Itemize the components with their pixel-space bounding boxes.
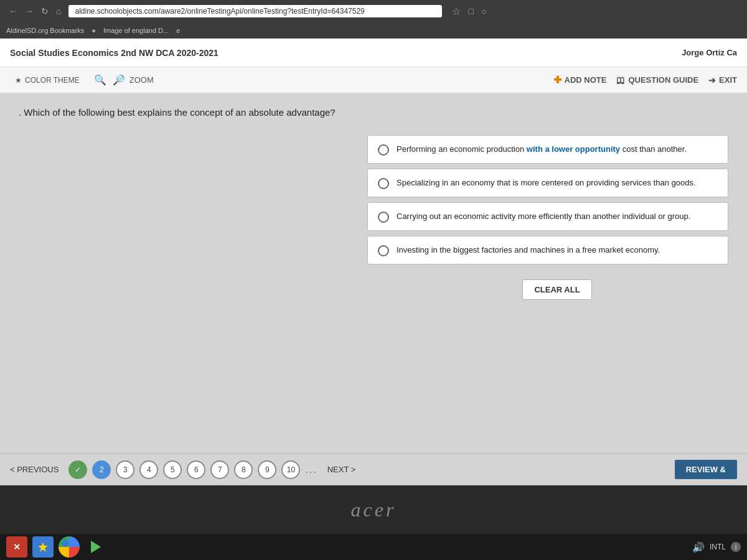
radio-d[interactable] <box>378 245 389 256</box>
plus-icon: ✚ <box>553 74 561 86</box>
page-9-label: 9 <box>265 465 270 474</box>
radio-a[interactable] <box>378 144 389 156</box>
bookmark-aldine[interactable]: AldinelSD.org Bookmarks <box>6 27 84 34</box>
taskbar-icon-x[interactable]: ✕ <box>6 536 27 558</box>
taskbar-icon-star[interactable] <box>32 536 54 558</box>
browser-icon-2: ○ <box>481 6 486 16</box>
page-7-button[interactable]: 7 <box>210 460 229 479</box>
page-3-button[interactable]: 3 <box>116 460 134 479</box>
page-3-label: 3 <box>123 465 128 474</box>
review-label: REVIEW & <box>686 465 726 474</box>
top-bar-right: Jorge Ortiz Ca <box>682 48 737 57</box>
page-10-button[interactable]: 10 <box>281 460 300 479</box>
exit-button[interactable]: ➔ EXIT <box>708 75 737 85</box>
reload-button[interactable]: ↻ <box>39 5 51 17</box>
answer-text-d: Investing in the biggest factories and m… <box>397 244 660 256</box>
bookmark-e[interactable]: e <box>176 27 180 34</box>
bookmark-star-icon[interactable]: ☆ <box>452 6 461 17</box>
home-button[interactable]: ⌂ <box>54 5 63 17</box>
color-theme-button[interactable]: ★ COLOR THEME <box>10 73 85 87</box>
answer-text-c: Carrying out an economic activity more e… <box>397 210 690 223</box>
navigation-bar: < PREVIOUS ✓ 2 3 4 5 6 7 8 9 10 <box>0 453 747 485</box>
taskbar: ✕ 🔊 INTL i <box>0 534 747 560</box>
exit-label: EXIT <box>719 75 737 85</box>
zoom-label: ZOOM <box>129 75 154 85</box>
page-2-button[interactable]: 2 <box>92 460 111 479</box>
page-6-button[interactable]: 6 <box>187 460 205 479</box>
page-8-button[interactable]: 8 <box>234 460 253 479</box>
radio-b[interactable] <box>378 178 389 189</box>
toolbar: ★ COLOR THEME 🔍 🔎 ZOOM ✚ ADD NOTE 🕮 QUES… <box>0 67 747 93</box>
taskbar-icon-play[interactable] <box>85 536 106 558</box>
app-title: Social Studies Economics 2nd NW DCA 2020… <box>10 48 218 58</box>
question-area: . Which of the following best explains t… <box>0 93 747 453</box>
bookmarks-bar: AldinelSD.org Bookmarks ● Image of engla… <box>0 22 747 39</box>
browser-nav-buttons: ← → ↻ ⌂ <box>6 5 63 17</box>
book-icon: 🕮 <box>616 75 625 85</box>
next-button[interactable]: NEXT > <box>327 465 356 474</box>
previous-button[interactable]: < PREVIOUS <box>10 465 59 474</box>
zoom-controls: 🔍 🔎 ZOOM <box>92 74 154 86</box>
toolbar-right: ✚ ADD NOTE 🕮 QUESTION GUIDE ➔ EXIT <box>553 74 737 86</box>
acer-logo: acer <box>351 498 397 521</box>
taskbar-icon-chrome[interactable] <box>59 536 80 558</box>
page-10-label: 10 <box>287 465 295 474</box>
page-dots: ... <box>305 464 317 475</box>
page-7-label: 7 <box>218 465 222 474</box>
toolbar-left: ★ COLOR THEME 🔍 🔎 ZOOM <box>10 73 154 87</box>
radio-c[interactable] <box>378 212 389 223</box>
page-9-button[interactable]: 9 <box>258 460 276 479</box>
browser-bar: ← → ↻ ⌂ aldine.schoolobjects.com/aware2/… <box>0 0 747 22</box>
top-bar-left: Social Studies Economics 2nd NW DCA 2020… <box>10 48 218 58</box>
taskbar-right: 🔊 INTL i <box>692 541 741 553</box>
volume-icon[interactable]: 🔊 <box>692 541 705 553</box>
next-label: NEXT > <box>327 465 356 474</box>
browser-icon-1: □ <box>468 6 473 16</box>
review-button[interactable]: REVIEW & <box>675 460 737 479</box>
page-5-label: 5 <box>171 465 175 474</box>
address-bar[interactable]: aldine.schoolobjects.com/aware2/onlineTe… <box>68 5 442 17</box>
zoom-in-button[interactable]: 🔎 <box>111 74 127 86</box>
info-icon: i <box>731 542 741 552</box>
top-bar: Social Studies Economics 2nd NW DCA 2020… <box>0 39 747 67</box>
add-note-button[interactable]: ✚ ADD NOTE <box>553 74 607 86</box>
question-body: Which of the following best explains the… <box>24 107 335 118</box>
answer-option-c[interactable]: Carrying out an economic activity more e… <box>367 202 728 231</box>
answer-text-a: Performing an economic production with a… <box>397 143 687 156</box>
user-name: Jorge Ortiz Ca <box>682 48 737 57</box>
color-theme-label: COLOR THEME <box>25 76 80 85</box>
page-6-label: 6 <box>194 465 199 474</box>
exit-icon: ➔ <box>708 75 716 85</box>
page-8-label: 8 <box>242 465 246 474</box>
app-container: Social Studies Economics 2nd NW DCA 2020… <box>0 39 747 485</box>
previous-icon: < PREVIOUS <box>10 465 59 474</box>
page-1-button[interactable]: ✓ <box>68 460 87 479</box>
page-2-label: 2 <box>100 465 104 474</box>
page-5-button[interactable]: 5 <box>163 460 182 479</box>
palette-icon: ★ <box>15 76 22 85</box>
bookmark-image[interactable]: Image of england D... <box>103 27 169 34</box>
acer-area: acer <box>0 485 747 534</box>
forward-button[interactable]: → <box>22 5 36 17</box>
answer-option-a[interactable]: Performing an economic production with a… <box>367 135 728 164</box>
add-note-label: ADD NOTE <box>565 75 607 85</box>
zoom-out-button[interactable]: 🔍 <box>92 74 108 86</box>
page-1-checkmark: ✓ <box>75 465 81 474</box>
answer-option-d[interactable]: Investing in the biggest factories and m… <box>367 236 728 264</box>
intl-label: INTL <box>710 543 726 551</box>
back-button[interactable]: ← <box>6 5 20 17</box>
page-4-button[interactable]: 4 <box>139 460 158 479</box>
question-guide-label: QUESTION GUIDE <box>628 75 698 85</box>
answers-section: Performing an economic production with a… <box>367 135 728 268</box>
answer-option-b[interactable]: Specializing in an economy that is more … <box>367 169 728 197</box>
clear-all-button[interactable]: CLEAR ALL <box>522 279 591 300</box>
answer-text-b: Specializing in an economy that is more … <box>397 177 696 189</box>
question-text: . Which of the following best explains t… <box>19 106 454 120</box>
svg-marker-0 <box>38 542 48 552</box>
question-guide-button[interactable]: 🕮 QUESTION GUIDE <box>616 75 698 85</box>
page-4-label: 4 <box>147 465 151 474</box>
